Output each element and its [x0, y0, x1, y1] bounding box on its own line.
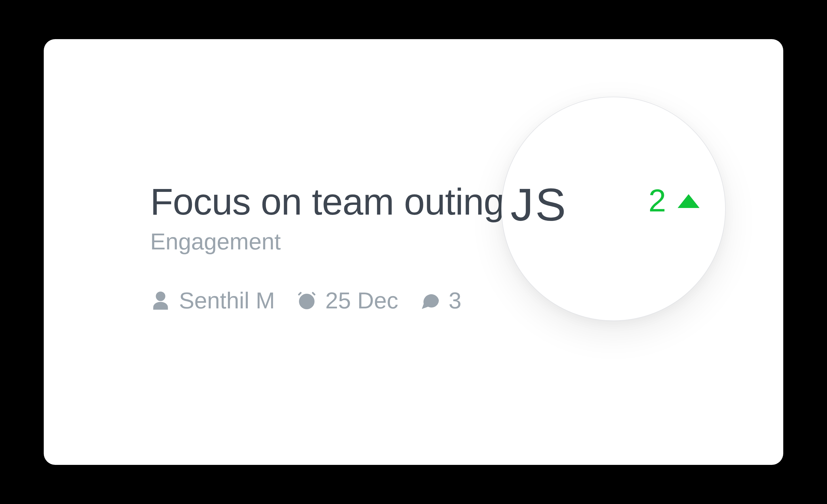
vote-count: 2 — [648, 182, 666, 219]
card-content: Focus on team outings Engagement Senthil… — [150, 183, 523, 314]
zoom-lens: JS 2 — [501, 97, 726, 321]
vote-control[interactable]: 2 — [648, 182, 699, 219]
magnified-title-tail: JS — [510, 178, 568, 231]
due-date: 25 Dec — [325, 287, 398, 314]
upvote-icon[interactable] — [678, 194, 699, 208]
meta-row: Senthil M 25 Dec — [150, 287, 523, 314]
task-card[interactable]: Focus on team outings Engagement Senthil… — [44, 39, 783, 465]
person-icon — [150, 290, 171, 311]
task-title[interactable]: Focus on team outings — [150, 183, 523, 220]
author-meta[interactable]: Senthil M — [150, 287, 275, 314]
comments-meta[interactable]: 3 — [420, 287, 461, 314]
comment-count: 3 — [449, 287, 461, 314]
comment-icon — [420, 290, 441, 311]
clock-icon — [296, 290, 317, 311]
author-name: Senthil M — [179, 287, 275, 314]
due-date-meta[interactable]: 25 Dec — [296, 287, 398, 314]
task-category[interactable]: Engagement — [150, 229, 523, 254]
